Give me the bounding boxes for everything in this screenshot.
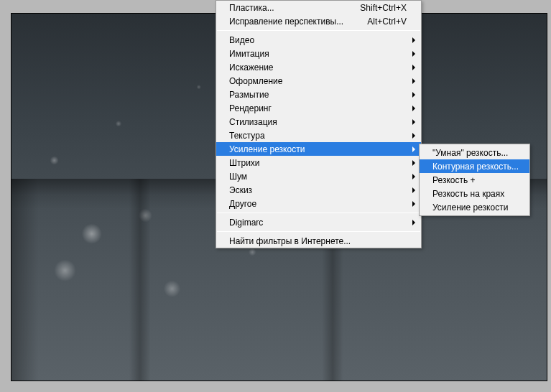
menu-label: Видео <box>229 35 407 45</box>
menu-item-liquify[interactable]: Пластика... Shift+Ctrl+X <box>216 1 421 14</box>
menu-label: Рендеринг <box>229 103 407 113</box>
menu-item-sketch[interactable]: Эскиз <box>216 183 421 197</box>
menu-item-pixelate[interactable]: Оформление <box>216 74 421 88</box>
menu-item-digimarc[interactable]: Digimarc <box>216 215 421 229</box>
chevron-right-icon <box>412 146 415 152</box>
menu-label: Пластика... <box>229 3 360 13</box>
menu-item-sharpen[interactable]: Усиление резкости <box>216 142 421 156</box>
menu-shortcut: Alt+Ctrl+V <box>367 17 407 27</box>
chevron-right-icon <box>412 133 415 139</box>
chevron-right-icon <box>412 37 415 43</box>
chevron-right-icon <box>412 92 415 98</box>
filter-menu: Пластика... Shift+Ctrl+X Исправление пер… <box>216 0 422 248</box>
menu-item-artistic[interactable]: Имитация <box>216 47 421 60</box>
menu-item-noise[interactable]: Шум <box>216 169 421 183</box>
chevron-right-icon <box>412 106 415 111</box>
chevron-right-icon <box>412 119 415 125</box>
menu-label: Искажение <box>229 62 407 73</box>
menu-item-texture[interactable]: Текстура <box>216 129 421 142</box>
menu-label: Имитация <box>229 49 407 59</box>
menu-label: Шум <box>229 172 407 182</box>
menu-label: Контурная резкость... <box>432 162 521 172</box>
menu-label: Другое <box>229 199 407 209</box>
chevron-right-icon <box>412 51 415 57</box>
menu-label: Digimarc <box>229 218 407 228</box>
menu-separator <box>217 213 420 213</box>
menu-item-video[interactable]: Видео <box>216 33 421 47</box>
submenu-item-smart-sharpen[interactable]: "Умная" резкость... <box>420 146 529 159</box>
menu-label: Штрихи <box>229 158 407 168</box>
menu-label: Стилизация <box>229 117 407 127</box>
submenu-item-sharpen[interactable]: Усиление резкости <box>420 200 529 214</box>
menu-label: Исправление перспективы... <box>229 17 367 27</box>
menu-item-other[interactable]: Другое <box>216 197 421 210</box>
menu-separator <box>217 30 420 31</box>
menu-item-browse-filters-online[interactable]: Найти фильтры в Интернете... <box>216 234 421 248</box>
menu-label: "Умная" резкость... <box>432 148 521 158</box>
menu-label: Усиление резкости <box>432 202 521 213</box>
chevron-right-icon <box>412 220 415 225</box>
menu-shortcut: Shift+Ctrl+X <box>360 3 407 13</box>
chevron-right-icon <box>412 187 415 193</box>
menu-label: Усиление резкости <box>229 144 407 154</box>
menu-label: Текстура <box>229 131 407 141</box>
chevron-right-icon <box>412 201 415 207</box>
menu-item-render[interactable]: Рендеринг <box>216 101 421 115</box>
submenu-item-unsharp-mask[interactable]: Контурная резкость... <box>420 159 529 173</box>
menu-label: Размытие <box>229 90 407 100</box>
menu-item-brush-strokes[interactable]: Штрихи <box>216 156 421 169</box>
submenu-item-sharpen-more[interactable]: Резкость + <box>420 173 529 187</box>
chevron-right-icon <box>412 65 415 70</box>
chevron-right-icon <box>412 174 415 179</box>
menu-item-blur[interactable]: Размытие <box>216 88 421 101</box>
chevron-right-icon <box>412 78 415 84</box>
submenu-item-sharpen-edges[interactable]: Резкость на краях <box>420 187 529 200</box>
menu-item-vanishing-point[interactable]: Исправление перспективы... Alt+Ctrl+V <box>216 14 421 28</box>
menu-label: Эскиз <box>229 185 407 195</box>
menu-label: Резкость на краях <box>432 189 521 199</box>
sharpen-submenu: "Умная" резкость... Контурная резкость..… <box>419 144 530 216</box>
menu-label: Найти фильтры в Интернете... <box>229 236 407 246</box>
menu-label: Оформление <box>229 76 407 86</box>
menu-item-stylize[interactable]: Стилизация <box>216 115 421 129</box>
menu-label: Резкость + <box>432 175 521 185</box>
chevron-right-icon <box>412 160 415 166</box>
menu-item-distort[interactable]: Искажение <box>216 60 421 74</box>
menu-separator <box>217 231 420 232</box>
